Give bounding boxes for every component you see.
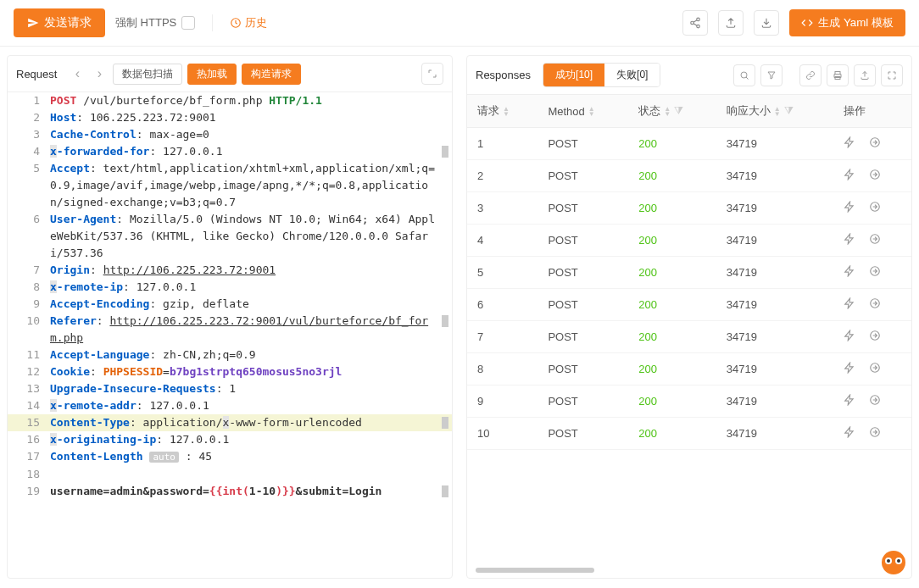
code-content[interactable]: username=admin&password={{int(1-10)}}&su…	[50, 483, 452, 500]
horizontal-scrollbar[interactable]	[476, 568, 594, 573]
code-content[interactable]: x-originating-ip: 127.0.0.1	[50, 431, 452, 448]
table-row[interactable]: 3 POST 200 34719	[467, 192, 911, 225]
code-content[interactable]: x-forwarded-for: 127.0.0.1	[50, 143, 452, 160]
code-content[interactable]: Accept-Language: zh-CN,zh;q=0.9	[50, 347, 452, 363]
next-button[interactable]: ›	[91, 65, 108, 82]
editor-line[interactable]: 7Origin: http://106.225.223.72:9001	[8, 262, 452, 279]
editor-line[interactable]: 17Content-Length auto : 45	[8, 448, 452, 466]
sort-icon[interactable]: ▲▼	[664, 107, 671, 117]
table-row[interactable]: 2 POST 200 34719	[467, 160, 911, 192]
table-row[interactable]: 10 POST 200 34719	[467, 418, 911, 450]
editor-line[interactable]: 19username=admin&password={{int(1-10)}}&…	[8, 483, 452, 500]
code-content[interactable]	[50, 466, 452, 483]
editor-line[interactable]: 18	[8, 466, 452, 483]
replay-button[interactable]	[844, 394, 855, 408]
editor-line[interactable]: 6User-Agent: Mozilla/5.0 (Windows NT 10.…	[8, 211, 452, 262]
editor-line[interactable]: 2Host: 106.225.223.72:9001	[8, 109, 452, 126]
table-row[interactable]: 9 POST 200 34719	[467, 386, 911, 418]
table-row[interactable]: 6 POST 200 34719	[467, 289, 911, 321]
expand-button[interactable]	[421, 63, 443, 85]
force-https-option[interactable]: 强制 HTTPS	[115, 15, 195, 31]
fold-marker[interactable]	[442, 146, 448, 158]
filter-button[interactable]	[760, 64, 783, 86]
replay-button[interactable]	[844, 426, 855, 441]
fullscreen-button[interactable]	[881, 64, 903, 86]
import-button[interactable]	[754, 10, 779, 36]
editor-line[interactable]: 14x-remote-addr: 127.0.0.1	[8, 397, 452, 414]
goto-button[interactable]	[869, 201, 881, 215]
export2-button[interactable]	[854, 64, 876, 86]
replay-button[interactable]	[844, 265, 855, 280]
code-content[interactable]: Cache-Control: max-age=0	[50, 126, 452, 143]
scan-packet-button[interactable]: 数据包扫描	[113, 64, 182, 85]
print-button[interactable]	[827, 64, 849, 86]
editor-line[interactable]: 8x-remote-ip: 127.0.0.1	[8, 279, 452, 296]
code-content[interactable]: Upgrade-Insecure-Requests: 1	[50, 380, 452, 397]
export-button[interactable]	[718, 10, 744, 36]
replay-button[interactable]	[844, 362, 855, 376]
filter-icon[interactable]: ⧩	[784, 104, 794, 117]
fold-marker[interactable]	[442, 485, 448, 497]
editor-line[interactable]: 1POST /vul/burteforce/bf_form.php HTTP/1…	[8, 92, 452, 109]
table-row[interactable]: 8 POST 200 34719	[467, 353, 911, 386]
tab-fail[interactable]: 失败[0]	[604, 64, 660, 86]
link-button[interactable]	[799, 64, 822, 86]
build-request-button[interactable]: 构造请求	[242, 64, 301, 85]
goto-button[interactable]	[869, 394, 881, 408]
hot-load-button[interactable]: 热加载	[187, 64, 237, 85]
table-row[interactable]: 7 POST 200 34719	[467, 321, 911, 353]
table-row[interactable]: 4 POST 200 34719	[467, 225, 911, 257]
table-row[interactable]: 1 POST 200 34719	[467, 128, 911, 160]
goto-button[interactable]	[869, 426, 881, 441]
filter-icon[interactable]: ⧩	[674, 104, 683, 117]
col-request[interactable]: 请求▲▼	[467, 95, 537, 128]
sort-icon[interactable]: ▲▼	[503, 107, 510, 117]
request-editor[interactable]: 1POST /vul/burteforce/bf_form.php HTTP/1…	[8, 92, 452, 578]
code-content[interactable]: Origin: http://106.225.223.72:9001	[50, 262, 452, 279]
code-content[interactable]: Accept: text/html,application/xhtml+xml,…	[50, 160, 452, 211]
code-content[interactable]: Cookie: PHPSESSID=b7bg1strptq650mosus5no…	[50, 363, 452, 380]
tab-success[interactable]: 成功[10]	[543, 64, 604, 86]
code-content[interactable]: Accept-Encoding: gzip, deflate	[50, 296, 452, 313]
goto-button[interactable]	[869, 169, 881, 183]
col-size[interactable]: 响应大小▲▼⧩	[716, 95, 834, 128]
editor-line[interactable]: 11Accept-Language: zh-CN,zh;q=0.9	[8, 347, 452, 363]
code-content[interactable]: User-Agent: Mozilla/5.0 (Windows NT 10.0…	[50, 211, 452, 262]
search-button[interactable]	[733, 64, 755, 86]
code-content[interactable]: Referer: http://106.225.223.72:9001/vul/…	[50, 313, 452, 347]
col-method[interactable]: Method▲▼	[537, 95, 628, 128]
goto-button[interactable]	[869, 297, 881, 312]
goto-button[interactable]	[869, 362, 881, 376]
editor-line[interactable]: 16x-originating-ip: 127.0.0.1	[8, 431, 452, 448]
code-content[interactable]: Host: 106.225.223.72:9001	[50, 109, 452, 126]
sort-icon[interactable]: ▲▼	[588, 107, 595, 117]
force-https-checkbox[interactable]	[181, 16, 195, 30]
col-status[interactable]: 状态▲▼⧩	[628, 95, 716, 128]
goto-button[interactable]	[869, 330, 881, 344]
table-row[interactable]: 5 POST 200 34719	[467, 257, 911, 289]
editor-line[interactable]: 15Content-Type: application/x-www-form-u…	[8, 414, 452, 431]
generate-yaml-button[interactable]: 生成 Yaml 模板	[789, 9, 905, 36]
history-link[interactable]: 历史	[230, 15, 267, 31]
send-request-button[interactable]: 发送请求	[14, 8, 105, 37]
goto-button[interactable]	[869, 265, 881, 280]
code-content[interactable]: POST /vul/burteforce/bf_form.php HTTP/1.…	[50, 92, 452, 109]
share-button[interactable]	[682, 10, 708, 36]
editor-line[interactable]: 5Accept: text/html,application/xhtml+xml…	[8, 160, 452, 211]
sort-icon[interactable]: ▲▼	[774, 107, 781, 117]
replay-button[interactable]	[844, 136, 855, 151]
code-content[interactable]: x-remote-addr: 127.0.0.1	[50, 397, 452, 414]
editor-line[interactable]: 13Upgrade-Insecure-Requests: 1	[8, 380, 452, 397]
editor-line[interactable]: 9Accept-Encoding: gzip, deflate	[8, 296, 452, 313]
editor-line[interactable]: 4x-forwarded-for: 127.0.0.1	[8, 143, 452, 160]
fold-marker[interactable]	[442, 315, 448, 327]
fold-marker[interactable]	[442, 417, 448, 429]
replay-button[interactable]	[844, 169, 855, 183]
goto-button[interactable]	[869, 233, 881, 247]
code-content[interactable]: Content-Length auto : 45	[50, 448, 452, 466]
replay-button[interactable]	[844, 297, 855, 312]
replay-button[interactable]	[844, 233, 855, 247]
goto-button[interactable]	[869, 136, 881, 151]
editor-line[interactable]: 3Cache-Control: max-age=0	[8, 126, 452, 143]
code-content[interactable]: x-remote-ip: 127.0.0.1	[50, 279, 452, 296]
